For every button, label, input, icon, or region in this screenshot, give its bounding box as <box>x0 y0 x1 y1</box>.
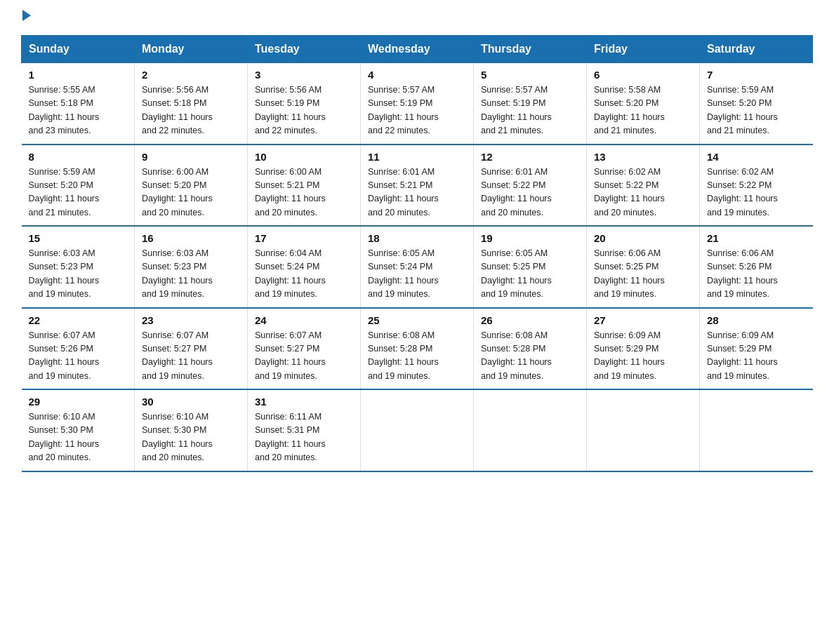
day-number: 17 <box>255 232 353 244</box>
header-cell-wednesday: Wednesday <box>361 36 474 63</box>
day-number: 10 <box>255 151 353 163</box>
day-cell: 28 Sunrise: 6:09 AM Sunset: 5:29 PM Dayl… <box>700 308 813 390</box>
day-info: Sunrise: 5:57 AM Sunset: 5:19 PM Dayligh… <box>368 83 466 138</box>
day-number: 1 <box>29 69 128 81</box>
day-cell: 11 Sunrise: 6:01 AM Sunset: 5:21 PM Dayl… <box>361 145 474 227</box>
header-cell-saturday: Saturday <box>700 36 813 63</box>
day-cell: 10 Sunrise: 6:00 AM Sunset: 5:21 PM Dayl… <box>248 145 361 227</box>
week-row-5: 29 Sunrise: 6:10 AM Sunset: 5:30 PM Dayl… <box>22 389 813 471</box>
day-cell: 8 Sunrise: 5:59 AM Sunset: 5:20 PM Dayli… <box>22 145 135 227</box>
header-cell-tuesday: Tuesday <box>248 36 361 63</box>
day-cell: 21 Sunrise: 6:06 AM Sunset: 5:26 PM Dayl… <box>700 226 813 308</box>
day-cell: 22 Sunrise: 6:07 AM Sunset: 5:26 PM Dayl… <box>22 308 135 390</box>
day-info: Sunrise: 6:06 AM Sunset: 5:26 PM Dayligh… <box>707 247 806 302</box>
day-cell: 26 Sunrise: 6:08 AM Sunset: 5:28 PM Dayl… <box>474 308 587 390</box>
day-number: 7 <box>707 69 806 81</box>
day-cell: 18 Sunrise: 6:05 AM Sunset: 5:24 PM Dayl… <box>361 226 474 308</box>
header-row: SundayMondayTuesdayWednesdayThursdayFrid… <box>22 36 813 63</box>
day-number: 9 <box>142 151 240 163</box>
day-cell: 17 Sunrise: 6:04 AM Sunset: 5:24 PM Dayl… <box>248 226 361 308</box>
day-info: Sunrise: 6:06 AM Sunset: 5:25 PM Dayligh… <box>594 247 692 302</box>
day-cell: 7 Sunrise: 5:59 AM Sunset: 5:20 PM Dayli… <box>700 63 813 145</box>
day-info: Sunrise: 6:07 AM Sunset: 5:27 PM Dayligh… <box>255 329 353 384</box>
day-number: 4 <box>368 69 466 81</box>
day-info: Sunrise: 5:58 AM Sunset: 5:20 PM Dayligh… <box>594 83 692 138</box>
day-number: 12 <box>481 151 579 163</box>
day-cell <box>361 389 474 471</box>
day-info: Sunrise: 6:08 AM Sunset: 5:28 PM Dayligh… <box>481 329 579 384</box>
day-number: 15 <box>29 232 128 244</box>
day-cell <box>587 389 700 471</box>
day-number: 28 <box>707 314 806 326</box>
day-cell: 1 Sunrise: 5:55 AM Sunset: 5:18 PM Dayli… <box>22 63 135 145</box>
day-number: 14 <box>707 151 806 163</box>
day-number: 30 <box>142 396 240 408</box>
day-info: Sunrise: 6:07 AM Sunset: 5:26 PM Dayligh… <box>29 329 128 384</box>
day-info: Sunrise: 6:09 AM Sunset: 5:29 PM Dayligh… <box>707 329 806 384</box>
day-info: Sunrise: 5:59 AM Sunset: 5:20 PM Dayligh… <box>707 83 806 138</box>
day-info: Sunrise: 6:05 AM Sunset: 5:25 PM Dayligh… <box>481 247 579 302</box>
day-info: Sunrise: 6:02 AM Sunset: 5:22 PM Dayligh… <box>707 166 806 220</box>
day-cell: 6 Sunrise: 5:58 AM Sunset: 5:20 PM Dayli… <box>587 63 700 145</box>
day-info: Sunrise: 6:03 AM Sunset: 5:23 PM Dayligh… <box>29 247 128 302</box>
day-number: 24 <box>255 314 353 326</box>
day-number: 25 <box>368 314 466 326</box>
day-info: Sunrise: 6:00 AM Sunset: 5:21 PM Dayligh… <box>255 166 353 220</box>
day-cell: 31 Sunrise: 6:11 AM Sunset: 5:31 PM Dayl… <box>248 389 361 471</box>
day-cell: 9 Sunrise: 6:00 AM Sunset: 5:20 PM Dayli… <box>135 145 248 227</box>
day-info: Sunrise: 6:01 AM Sunset: 5:21 PM Dayligh… <box>368 166 466 220</box>
day-cell <box>474 389 587 471</box>
day-number: 29 <box>29 396 128 408</box>
header-cell-thursday: Thursday <box>474 36 587 63</box>
logo[interactable] <box>21 14 31 21</box>
day-info: Sunrise: 6:10 AM Sunset: 5:30 PM Dayligh… <box>29 410 128 465</box>
day-number: 13 <box>594 151 692 163</box>
day-number: 23 <box>142 314 240 326</box>
header-cell-friday: Friday <box>587 36 700 63</box>
day-cell: 24 Sunrise: 6:07 AM Sunset: 5:27 PM Dayl… <box>248 308 361 390</box>
day-cell: 25 Sunrise: 6:08 AM Sunset: 5:28 PM Dayl… <box>361 308 474 390</box>
day-cell: 13 Sunrise: 6:02 AM Sunset: 5:22 PM Dayl… <box>587 145 700 227</box>
day-cell: 15 Sunrise: 6:03 AM Sunset: 5:23 PM Dayl… <box>22 226 135 308</box>
day-number: 5 <box>481 69 579 81</box>
calendar-header: SundayMondayTuesdayWednesdayThursdayFrid… <box>22 36 813 63</box>
day-info: Sunrise: 5:55 AM Sunset: 5:18 PM Dayligh… <box>29 83 128 138</box>
day-info: Sunrise: 6:00 AM Sunset: 5:20 PM Dayligh… <box>142 166 240 220</box>
header-cell-monday: Monday <box>135 36 248 63</box>
header-cell-sunday: Sunday <box>22 36 135 63</box>
calendar-table: SundayMondayTuesdayWednesdayThursdayFrid… <box>21 35 813 472</box>
day-number: 19 <box>481 232 579 244</box>
day-info: Sunrise: 6:08 AM Sunset: 5:28 PM Dayligh… <box>368 329 466 384</box>
day-number: 11 <box>368 151 466 163</box>
day-number: 26 <box>481 314 579 326</box>
day-info: Sunrise: 6:07 AM Sunset: 5:27 PM Dayligh… <box>142 329 240 384</box>
day-cell: 30 Sunrise: 6:10 AM Sunset: 5:30 PM Dayl… <box>135 389 248 471</box>
logo-arrow-icon <box>22 10 31 21</box>
day-number: 6 <box>594 69 692 81</box>
day-number: 31 <box>255 396 353 408</box>
week-row-3: 15 Sunrise: 6:03 AM Sunset: 5:23 PM Dayl… <box>22 226 813 308</box>
day-info: Sunrise: 5:56 AM Sunset: 5:19 PM Dayligh… <box>255 83 353 138</box>
day-cell: 3 Sunrise: 5:56 AM Sunset: 5:19 PM Dayli… <box>248 63 361 145</box>
day-cell: 20 Sunrise: 6:06 AM Sunset: 5:25 PM Dayl… <box>587 226 700 308</box>
day-info: Sunrise: 6:04 AM Sunset: 5:24 PM Dayligh… <box>255 247 353 302</box>
day-cell: 16 Sunrise: 6:03 AM Sunset: 5:23 PM Dayl… <box>135 226 248 308</box>
day-cell: 19 Sunrise: 6:05 AM Sunset: 5:25 PM Dayl… <box>474 226 587 308</box>
week-row-1: 1 Sunrise: 5:55 AM Sunset: 5:18 PM Dayli… <box>22 63 813 145</box>
day-number: 18 <box>368 232 466 244</box>
day-number: 2 <box>142 69 240 81</box>
week-row-4: 22 Sunrise: 6:07 AM Sunset: 5:26 PM Dayl… <box>22 308 813 390</box>
day-number: 20 <box>594 232 692 244</box>
day-info: Sunrise: 6:09 AM Sunset: 5:29 PM Dayligh… <box>594 329 692 384</box>
day-cell: 29 Sunrise: 6:10 AM Sunset: 5:30 PM Dayl… <box>22 389 135 471</box>
page-header <box>21 14 813 21</box>
day-number: 27 <box>594 314 692 326</box>
day-cell <box>700 389 813 471</box>
day-info: Sunrise: 5:57 AM Sunset: 5:19 PM Dayligh… <box>481 83 579 138</box>
day-cell: 14 Sunrise: 6:02 AM Sunset: 5:22 PM Dayl… <box>700 145 813 227</box>
day-number: 16 <box>142 232 240 244</box>
calendar-body: 1 Sunrise: 5:55 AM Sunset: 5:18 PM Dayli… <box>22 63 813 471</box>
day-cell: 23 Sunrise: 6:07 AM Sunset: 5:27 PM Dayl… <box>135 308 248 390</box>
day-number: 3 <box>255 69 353 81</box>
day-number: 22 <box>29 314 128 326</box>
